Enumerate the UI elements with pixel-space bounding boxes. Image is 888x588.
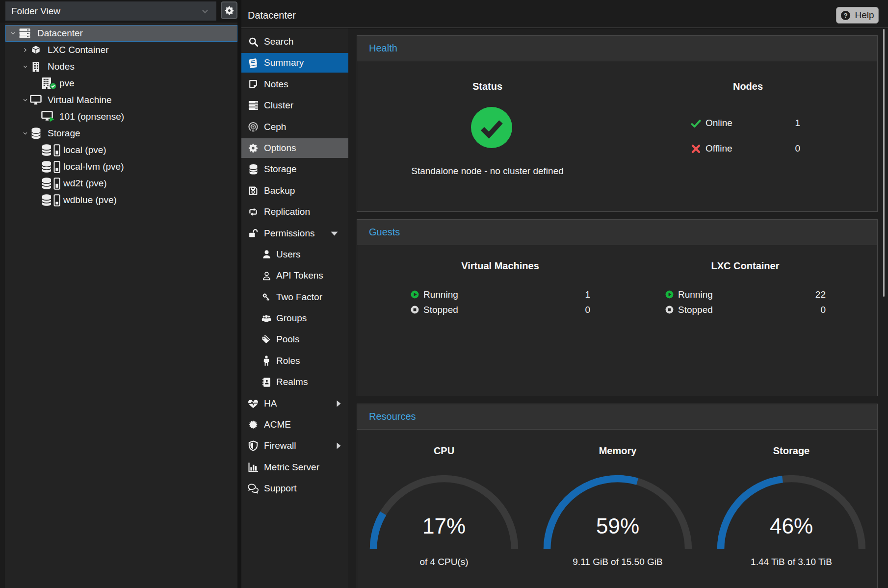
- tree-item-vm-101[interactable]: 101 (opnsense): [5, 108, 237, 125]
- menu-item-groups[interactable]: Groups: [241, 308, 348, 328]
- menu-item-api-tokens[interactable]: API Tokens: [241, 266, 348, 285]
- menu-item-label: Firewall: [264, 440, 296, 451]
- user-outline-icon: [261, 271, 271, 281]
- menu-item-label: Replication: [264, 206, 310, 217]
- menu-item-backup[interactable]: Backup: [241, 181, 348, 201]
- menu-item-summary[interactable]: Summary: [241, 53, 348, 73]
- expander-down-icon[interactable]: [22, 96, 28, 104]
- caret-right-icon: [337, 400, 341, 407]
- menu-item-search[interactable]: Search: [241, 32, 348, 51]
- key-icon: [261, 292, 271, 302]
- check-circle-icon: [471, 107, 512, 148]
- page-title: Datacenter: [248, 1, 296, 29]
- menu-item-ha[interactable]: HA: [241, 394, 348, 413]
- menu-item-label: Roles: [276, 356, 300, 366]
- menu-item-notes[interactable]: Notes: [241, 75, 348, 94]
- tree-item-datacenter[interactable]: Datacenter: [5, 25, 237, 42]
- menu-item-label: Pools: [276, 334, 300, 345]
- storage-gauge-title: Storage: [705, 445, 878, 457]
- guests-panel: Guests Virtual Machines LXC Container Ru…: [357, 219, 878, 396]
- vm-stopped-row: Stopped 0: [410, 302, 590, 317]
- tree-item-label: 101 (opnsense): [59, 111, 124, 122]
- menu-item-storage[interactable]: Storage: [241, 159, 348, 179]
- menu-item-label: Cluster: [264, 100, 293, 111]
- cpu-gauge-column: CPU 17% of 4 CPU(s): [357, 430, 531, 588]
- storage-gauge-arc: [715, 473, 868, 553]
- tree-item-storage-wdblue[interactable]: wdblue (pve): [5, 192, 237, 208]
- ceph-icon: [247, 121, 259, 133]
- expander-down-icon[interactable]: [10, 29, 16, 38]
- search-icon: [247, 36, 259, 48]
- tree-toolbar: Folder View: [0, 0, 237, 23]
- panel-splitter[interactable]: [237, 0, 241, 588]
- menu-item-label: Metric Server: [264, 462, 319, 473]
- expander-down-icon[interactable]: [22, 62, 28, 71]
- tree-item-label: pve: [59, 78, 75, 89]
- lxc-stopped-row: Stopped 0: [665, 302, 826, 317]
- address-book-icon: [261, 377, 271, 387]
- menu-item-replication[interactable]: Replication: [241, 202, 348, 222]
- cpu-gauge-arc: [367, 473, 521, 553]
- retweet-icon: [247, 206, 259, 217]
- menu-item-realms[interactable]: Realms: [241, 372, 348, 392]
- menu-item-pools[interactable]: Pools: [241, 330, 348, 349]
- memory-gauge-title: Memory: [531, 445, 705, 457]
- scrollbar-thumb[interactable]: [883, 29, 885, 297]
- nodes-title: Nodes: [618, 81, 878, 92]
- memory-gauge-column: Memory 59% 9.11 GiB of 15.50 GiB: [531, 430, 705, 588]
- menu-item-label: Options: [264, 143, 296, 153]
- cpu-gauge-percent: 17%: [357, 514, 531, 538]
- tree-item-virtual-machine[interactable]: Virtual Machine: [5, 92, 237, 108]
- expander-right-icon[interactable]: [22, 46, 28, 54]
- storage-usage-icon: [41, 177, 61, 190]
- menu-item-ceph[interactable]: Ceph: [241, 117, 348, 137]
- menu-item-cluster[interactable]: Cluster: [241, 96, 348, 115]
- menu-item-two-factor[interactable]: Two Factor: [241, 287, 348, 307]
- lxc-container-title: LXC Container: [665, 260, 826, 272]
- health-panel-title: Health: [369, 43, 397, 54]
- tree-item-storage-local[interactable]: local (pve): [5, 142, 237, 158]
- menu-item-options[interactable]: Options: [241, 138, 348, 158]
- tree-item-pve[interactable]: pve: [5, 75, 237, 92]
- tree-item-storage-local-lvm[interactable]: local-lvm (pve): [5, 158, 237, 175]
- guest-row-label: Running: [678, 289, 815, 300]
- tree-item-label: wdblue (pve): [63, 195, 117, 205]
- nodes-row-label: Offline: [705, 143, 795, 154]
- tree-item-nodes[interactable]: Nodes: [5, 58, 237, 75]
- sticky-note-icon: [247, 79, 259, 90]
- tree-settings-button[interactable]: [221, 1, 237, 19]
- storage-gauge-column: Storage 46% 1.44 TiB of 3.10 TiB: [705, 430, 878, 588]
- status-title: Status: [357, 81, 618, 92]
- menu-item-permissions[interactable]: Permissions: [241, 224, 348, 243]
- expander-down-icon[interactable]: [22, 129, 28, 138]
- server-icon: [18, 27, 31, 39]
- server-icon: [247, 100, 259, 111]
- lxc-running-row: Running 22: [665, 287, 826, 302]
- check-icon: [690, 118, 702, 129]
- gear-icon: [247, 143, 259, 153]
- guest-row-value: 1: [585, 289, 590, 300]
- menu-item-roles[interactable]: Roles: [241, 351, 348, 371]
- menu-item-firewall[interactable]: Firewall: [241, 436, 348, 456]
- menu-item-metric-server[interactable]: Metric Server: [241, 458, 348, 477]
- help-button[interactable]: ? Help: [836, 7, 879, 24]
- database-icon: [30, 127, 42, 140]
- tree-item-storage[interactable]: Storage: [5, 125, 237, 142]
- health-panel-body: Status Standalone node - no cluster defi…: [357, 61, 877, 211]
- nodes-table: Online 1 Offline 0: [690, 110, 800, 161]
- menu-item-acme[interactable]: ACME: [241, 415, 348, 435]
- storage-usage-icon: [41, 194, 61, 207]
- stop-circle-icon: [410, 305, 419, 314]
- menu-item-label: Permissions: [264, 228, 314, 239]
- menu-item-users[interactable]: Users: [241, 245, 348, 264]
- view-selector[interactable]: Folder View: [5, 1, 216, 21]
- menu-item-label: Backup: [264, 185, 295, 196]
- guest-row-label: Running: [423, 289, 585, 300]
- virtual-machines-table: Running 1 Stopped 0: [410, 287, 590, 317]
- vm-running-icon: [41, 111, 57, 123]
- menu-item-support[interactable]: Support: [241, 479, 348, 498]
- tree-item-lxc-container[interactable]: LXC Container: [5, 42, 237, 58]
- tree-item-storage-wd2t[interactable]: wd2t (pve): [5, 175, 237, 192]
- caret-right-icon: [337, 442, 341, 449]
- tags-icon: [261, 334, 271, 344]
